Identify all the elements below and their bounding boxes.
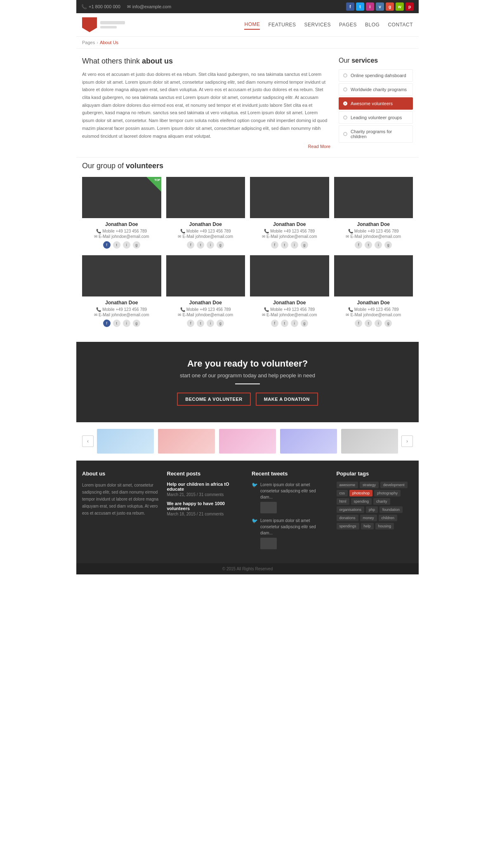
vol-gp-0[interactable]: g [133,241,140,249]
facebook-icon[interactable]: f [346,2,354,11]
service-item-1[interactable]: Worldwide charity programs [339,83,413,96]
vol-gp-1[interactable]: g [217,241,224,249]
tag-organisations[interactable]: organisations [337,506,365,513]
vol-gp-4[interactable]: g [133,320,140,327]
instagram-icon[interactable]: i [366,2,374,11]
vol-gp-3[interactable]: g [384,241,392,249]
service-item-2[interactable]: Awesome volunteers [339,97,413,110]
volunteer-email-2: ✉ E-Mail johndoe@email.com [250,234,329,239]
vol-gp-7[interactable]: g [384,320,392,327]
nav-blog[interactable]: BLOG [365,20,380,29]
tag-housing[interactable]: housing [375,523,394,529]
nav-contact[interactable]: CONTACT [388,20,413,29]
tag-money[interactable]: money [360,515,377,521]
nav-features[interactable]: FEATURES [268,20,296,29]
mobile-icon-2: 📞 [264,229,269,233]
vol-fb-7[interactable]: f [355,320,362,327]
twitter-icon[interactable]: t [356,2,364,11]
volunteer-email-4: ✉ E-Mail johndoe@email.com [82,313,161,317]
become-volunteer-button[interactable]: BECOME A VOLUNTEER [177,393,250,406]
vol-fb-4[interactable]: f [103,320,111,327]
nav-services[interactable]: SERVICES [304,20,331,29]
vol-ig-1[interactable]: i [207,241,214,249]
vol-gp-2[interactable]: g [301,241,308,249]
vol-ig-6[interactable]: i [291,320,298,327]
vol-ig-5[interactable]: i [207,320,214,327]
tag-spendings[interactable]: spendings [337,523,359,529]
service-item-4[interactable]: Charity programs for children [339,125,413,143]
service-item-3[interactable]: Leading volunteer groups [339,111,413,124]
carousel-prev-button[interactable]: ‹ [82,435,94,447]
service-item-0[interactable]: Online spending dahsboard [339,69,413,82]
vol-fb-0[interactable]: f [103,241,111,249]
googleplus-icon[interactable]: g [386,2,394,11]
recent-post-title-0[interactable]: Help our children in africa tO educate [167,482,244,492]
tag-children[interactable]: children [379,515,398,521]
vol-ig-7[interactable]: i [375,320,382,327]
volunteer-card-4: Jonathan Doe 📞 Mobile +49 123 456 789 ✉ … [82,255,161,327]
tag-spending[interactable]: spending [351,498,372,505]
vol-gp-6[interactable]: g [301,320,308,327]
pinterest-icon[interactable]: p [405,2,414,11]
tag-charity[interactable]: charity [373,498,390,505]
tag-help[interactable]: help [361,523,374,529]
vol-tw-3[interactable]: t [365,241,372,249]
vol-tw-5[interactable]: t [197,320,204,327]
cta-subtitle: start one of our programm today and help… [85,372,410,379]
vol-ig-0[interactable]: i [123,241,130,249]
email-icon-7: ✉ [346,313,349,317]
vol-ig-4[interactable]: i [123,320,130,327]
tag-php[interactable]: php [366,506,378,513]
volunteer-email-7: ✉ E-Mail johndoe@email.com [334,313,413,317]
vol-tw-7[interactable]: t [365,320,372,327]
tag-foundation[interactable]: foundation [380,506,403,513]
volunteers-section: Our group of volunteers TOP Jonathan Doe… [76,157,419,342]
mobile-icon-7: 📞 [348,307,353,312]
carousel-item-1[interactable] [158,429,215,454]
vol-tw-1[interactable]: t [197,241,204,249]
nav-pages[interactable]: PAGES [339,20,357,29]
carousel-item-2[interactable] [219,429,276,454]
wechat-icon[interactable]: w [396,2,404,11]
tag-html[interactable]: html [337,498,349,505]
mobile-icon-4: 📞 [96,307,101,312]
tag-strategy[interactable]: strategy [360,482,379,488]
email-icon-1: ✉ [178,234,181,239]
volunteer-socials-2: f t i g [250,241,329,249]
vol-fb-2[interactable]: f [271,241,278,249]
vol-ig-2[interactable]: i [291,241,298,249]
vol-gp-5[interactable]: g [217,320,224,327]
volunteer-image-0: TOP [82,177,161,218]
tag-development[interactable]: development [380,482,408,488]
recent-post-meta-1: March 18, 2015 / 21 comments [167,512,244,516]
vol-fb-3[interactable]: f [355,241,362,249]
read-more-link[interactable]: Read More [82,144,330,149]
breadcrumb-pages[interactable]: Pages [82,40,95,45]
vk-icon[interactable]: v [376,2,384,11]
vol-fb-5[interactable]: f [187,320,194,327]
vol-fb-6[interactable]: f [271,320,278,327]
volunteers-row-2: Jonathan Doe 📞 Mobile +49 123 456 789 ✉ … [82,255,413,327]
nav-home[interactable]: HOME [244,20,260,30]
vol-tw-0[interactable]: t [113,241,120,249]
tag-css[interactable]: css [337,490,348,496]
recent-post-title-1[interactable]: We are happy to have 1000 volunteers [167,501,244,511]
vol-fb-1[interactable]: f [187,241,194,249]
tag-photography[interactable]: photography [374,490,401,496]
service-dot-0 [343,73,347,78]
volunteer-name-1: Jonathan Doe [166,221,245,227]
make-donation-button[interactable]: MAKE A DONATION [256,393,318,406]
tag-photoshop[interactable]: photoshop [349,490,372,496]
footer-tags-title: Popular tags [337,470,413,477]
tag-awesome[interactable]: awesome [337,482,358,488]
vol-tw-2[interactable]: t [281,241,288,249]
carousel-item-3[interactable] [280,429,337,454]
vol-tw-4[interactable]: t [113,320,120,327]
vol-tw-6[interactable]: t [281,320,288,327]
carousel-item-4[interactable] [341,429,398,454]
tag-donations[interactable]: donations [337,515,358,521]
carousel-item-0[interactable] [97,429,154,454]
volunteer-email-0: ✉ E-Mail johndoe@email.com [82,234,161,239]
vol-ig-3[interactable]: i [375,241,382,249]
carousel-next-button[interactable]: › [401,435,413,447]
